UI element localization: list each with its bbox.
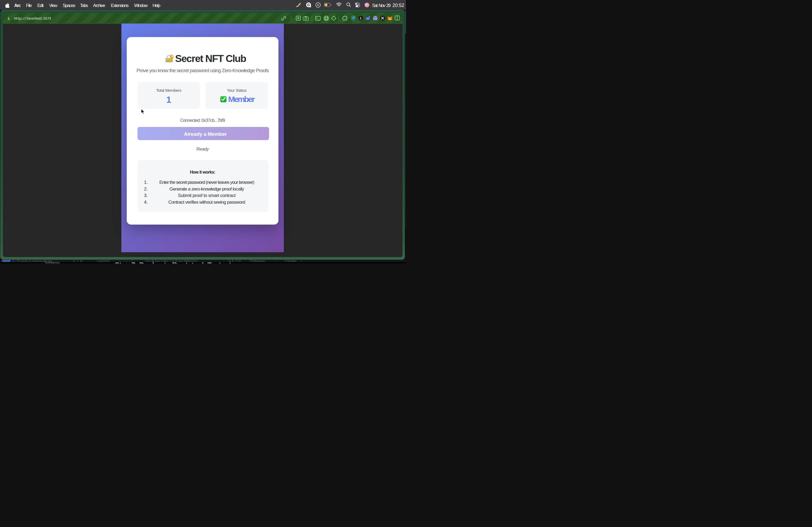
svg-text:L: L	[359, 16, 362, 20]
svg-text:G: G	[307, 3, 310, 7]
